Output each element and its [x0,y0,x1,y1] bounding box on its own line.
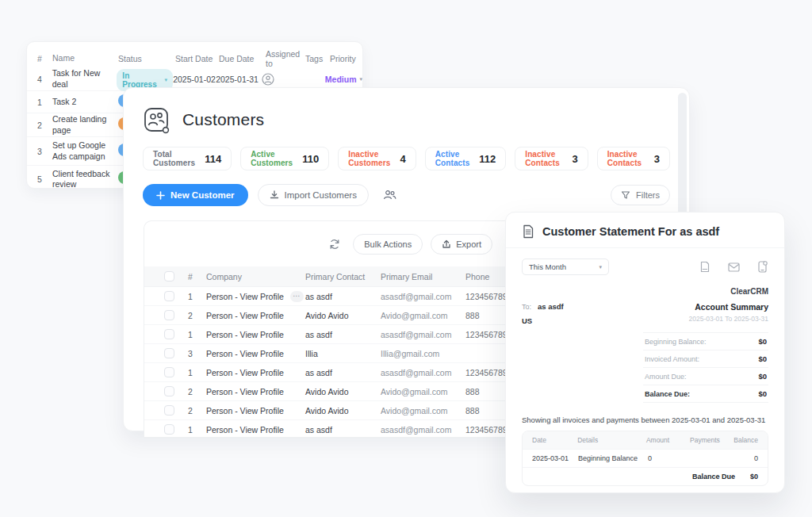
col-primary-contact: Primary Contact [305,272,381,281]
row-checkbox[interactable] [164,329,174,339]
phone-icon [757,261,768,273]
col-date: Date [532,436,577,444]
summary-label: Beginning Balance: [645,338,707,346]
stat-total-customers: Total Customers 114 [143,147,232,170]
stat-value: 110 [302,153,319,165]
summary-label: Amount Due: [645,373,687,381]
cell-details: Beginning Balance [578,454,648,462]
balance-due-value: $0 [737,473,758,481]
row-checkbox[interactable] [164,405,174,416]
col-num: # [37,54,52,63]
stat-inactive-customers: Inactive Customers 4 [338,147,416,170]
email-statement-button[interactable] [727,261,740,274]
balance-due-label: Balance Due [692,473,737,481]
pdf-file-icon [699,261,710,273]
col-details: Details [577,436,646,444]
company-link[interactable]: Person - View Profile [206,292,284,301]
cell-num: 1 [188,292,206,301]
task-num: 3 [37,147,52,156]
cell-date: 2025-03-01 [532,454,578,462]
stat-label: Active Contacts [435,150,470,167]
company-link[interactable]: Person - View Profile [206,387,284,396]
stats-row: Total Customers 114 Active Customers 110… [143,147,670,170]
cell-email: Avido@gmail.com [381,311,465,320]
cell-num: 2 [188,311,206,320]
company-link[interactable]: Person - View Profile [206,406,284,416]
row-menu-button[interactable]: ⋯ [290,291,304,302]
task-name: Set up Google Ads campaign [52,140,118,161]
period-select-value: This Month [529,262,566,271]
task-start-date: 2025-01-02 [173,75,216,84]
cell-email: Avido@gmail.com [381,387,465,396]
bulk-actions-label: Bulk Actions [364,239,412,249]
app-canvas: # Name Status Start Date Due Date Assign… [0,0,812,517]
cell-email: Illia@gmail.com [381,349,465,358]
company-link[interactable]: Person - View Profile [206,368,284,377]
row-checkbox[interactable] [164,386,174,396]
import-customers-button[interactable]: Import Customers [258,184,369,206]
customer-name: as asdf [538,302,564,311]
company-link[interactable]: Person - View Profile [206,425,284,435]
filters-button[interactable]: Filters [611,185,670,205]
refresh-button[interactable] [324,234,345,255]
company-link[interactable]: Person - View Profile [206,349,284,358]
status-label: In Progress [122,71,161,89]
stat-value: 114 [205,153,221,165]
period-select[interactable]: This Month ▾ [522,258,609,275]
summary-row: Invoiced Amount: $0 [643,350,768,368]
cell-contact: as asdf [305,292,381,301]
export-button[interactable]: Export [431,234,492,255]
import-customers-label: Import Customers [285,190,357,200]
col-payments: Payments [690,436,733,444]
cell-num: 3 [188,349,206,358]
cell-contact: Avido Avido [305,406,381,416]
cell-num: 1 [188,330,206,339]
row-checkbox[interactable] [164,424,174,435]
col-status: Status [118,54,175,63]
stat-value: 4 [400,153,405,165]
cell-amount: 0 [648,454,692,462]
stat-inactive-contacts: Inactive Contacts 3 [515,147,588,170]
cell-num: 1 [188,368,206,377]
task-num: 2 [37,121,52,130]
stat-active-customers: Active Customers 110 [240,147,329,170]
chevron-down-icon: ▾ [359,76,362,82]
col-company: Company [206,272,305,281]
row-checkbox[interactable] [164,367,174,377]
col-amount: Amount [646,436,690,444]
task-name: Client feedback review [52,169,118,189]
priority-label: Medium [325,75,357,84]
col-name: Name [52,53,118,63]
company-link[interactable]: Person - View Profile [206,311,284,320]
col-priority: Priority [330,54,362,63]
assignee-avatar-icon[interactable] [262,73,274,86]
row-checkbox[interactable] [164,348,174,358]
col-primary-email: Primary Email [381,272,465,281]
cell-num: 2 [188,406,206,416]
stat-value: 3 [572,153,577,165]
row-checkbox[interactable] [164,310,174,320]
download-pdf-button[interactable] [699,261,711,274]
export-icon [442,239,451,249]
select-all-checkbox[interactable] [164,271,174,281]
plus-icon [156,191,165,200]
funnel-icon [621,190,630,200]
cell-balance: 0 [737,454,758,462]
col-num: # [188,272,206,281]
statement-icon [522,224,534,239]
cell-contact: as asdf [305,425,381,435]
cell-contact: as asdf [305,330,381,339]
cell-num: 2 [188,387,206,396]
customer-country: US [522,316,564,325]
share-to-phone-button[interactable] [756,261,768,274]
merge-contacts-button[interactable] [378,184,402,206]
statement-row: 2025-03-01 Beginning Balance 0 0 [523,449,768,467]
row-checkbox[interactable] [164,291,174,301]
statement-table: Date Details Amount Payments Balance 202… [522,431,768,486]
task-name: Task for New deal [52,68,117,89]
priority-dropdown[interactable]: Medium ▾ [325,75,362,84]
company-link[interactable]: Person - View Profile [206,330,284,339]
filters-label: Filters [636,190,660,200]
bulk-actions-button[interactable]: Bulk Actions [353,234,423,255]
new-customer-button[interactable]: New Customer [143,184,248,206]
